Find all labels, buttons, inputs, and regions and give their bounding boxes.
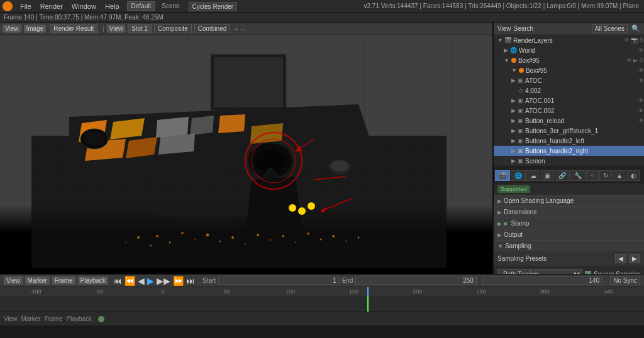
sampling-presets-bar: Sampling Presets ◀ ▶ bbox=[494, 251, 644, 266]
svg-point-19 bbox=[282, 235, 284, 237]
eye-icon-box95[interactable]: 👁 bbox=[626, 57, 632, 63]
prop-tab-data[interactable]: ▲ bbox=[613, 170, 626, 181]
eye-icon-atoc[interactable]: 👁 bbox=[638, 77, 644, 84]
menu-help[interactable]: Help bbox=[101, 1, 123, 11]
outliner-search-icon[interactable]: 🔍 bbox=[631, 25, 640, 33]
viewport-image-button[interactable]: Image bbox=[24, 25, 47, 33]
step-forward-icon[interactable]: ⏩ bbox=[173, 276, 184, 286]
supported-badge: Supported bbox=[497, 185, 530, 193]
status-dot bbox=[98, 316, 104, 322]
eye-icon-atoc002[interactable]: 👁 bbox=[638, 107, 644, 114]
eye-icon-world[interactable]: 👁 bbox=[638, 47, 644, 53]
outliner-item-button-reload[interactable]: ▶ ▣ Button_reload 👁 bbox=[494, 116, 644, 126]
play-icon[interactable]: ⏮ bbox=[113, 276, 122, 286]
prop-tab-modifiers[interactable]: 🔧 bbox=[570, 170, 586, 181]
menu-window[interactable]: Window bbox=[68, 1, 100, 11]
viewport-view-btn2[interactable]: View bbox=[107, 25, 126, 33]
prop-tab-render[interactable]: 🎬 bbox=[495, 170, 510, 181]
viewport-view-button[interactable]: View bbox=[3, 25, 21, 33]
outliner-view-label[interactable]: View bbox=[497, 25, 511, 32]
camera-icon-renderlayers[interactable]: 📷 bbox=[631, 37, 638, 43]
outliner-item-buttons-handle2-left[interactable]: ▶ ▣ Buttons_handle2_left bbox=[494, 136, 644, 146]
outliner-content[interactable]: ▼ 🎬 RenderLayers 👁 📷 ⚙ ▶ 🌐 World 👁 bbox=[494, 35, 644, 166]
render-icon-box95[interactable]: ⚙ bbox=[639, 57, 644, 63]
prop-tab-physics[interactable]: ↻ bbox=[599, 170, 612, 181]
eye-icon-renderlayers[interactable]: 👁 bbox=[624, 37, 630, 43]
sync-button[interactable]: No Sync bbox=[610, 276, 640, 285]
menu-render[interactable]: Render bbox=[36, 1, 67, 11]
outliner-item-buttons-handle2-right[interactable]: ▶ ▣ Buttons_handle2_right bbox=[494, 146, 644, 156]
render-icon-renderlayers[interactable]: ⚙ bbox=[639, 37, 644, 43]
svg-point-7 bbox=[298, 207, 306, 215]
properties-tabs: 🎬 🌐 ☁ ▣ 🔗 🔧 ⁘ ↻ ▲ ◐ bbox=[494, 167, 644, 183]
square-samples-label: Square Samples bbox=[594, 271, 640, 275]
outliner-item-screen[interactable]: ▶ ▣ Screen bbox=[494, 156, 644, 166]
render-engine-button[interactable]: Cycles Render bbox=[189, 2, 238, 11]
current-frame[interactable]: 140 bbox=[482, 276, 602, 285]
end-value[interactable]: 250 bbox=[355, 276, 476, 285]
outliner-all-scenes-button[interactable]: All Scenes bbox=[592, 24, 628, 33]
section-output[interactable]: ▶ Output bbox=[494, 229, 644, 240]
outliner-item-world[interactable]: ▶ 🌐 World 👁 bbox=[494, 45, 644, 55]
outliner-item-stick[interactable]: ▶ ▣ Stick bbox=[494, 166, 644, 166]
section-sampling[interactable]: ▼ Sampling bbox=[494, 240, 644, 251]
top-menubar: File Render Window Help Default Scene Cy… bbox=[0, 0, 644, 13]
sampling-preset-next[interactable]: ▶ bbox=[629, 254, 640, 263]
status-bar: View Marker Frame Playback bbox=[0, 312, 644, 325]
outliner-item-box95[interactable]: ▼ Box#95 👁 ▶ ⚙ bbox=[494, 55, 644, 65]
prop-tab-constraints[interactable]: 🔗 bbox=[555, 170, 570, 181]
step-back-icon[interactable]: ⏪ bbox=[125, 276, 135, 286]
eye-icon-box95c[interactable]: 👁 bbox=[638, 67, 644, 74]
composite-label[interactable]: Composite bbox=[154, 24, 192, 33]
section-dimensions[interactable]: ▶ Dimensions bbox=[494, 206, 644, 217]
svg-point-39 bbox=[84, 132, 104, 146]
marker-200: 200 bbox=[386, 288, 449, 295]
svg-point-8 bbox=[308, 202, 315, 210]
outliner-item-buttons-3er[interactable]: ▶ ▣ Buttons_3er_griffstueck_1 bbox=[494, 126, 644, 136]
section-stamp[interactable]: ▶ ■ Stamp bbox=[494, 217, 644, 229]
outliner-item-atoc001[interactable]: ▶ ▣ ATOC.001 👁 bbox=[494, 95, 644, 106]
prop-tab-object[interactable]: ▣ bbox=[541, 170, 554, 181]
timeline-playback-button[interactable]: Playback bbox=[78, 276, 109, 285]
viewport-zoom-out-icon[interactable]: − bbox=[241, 25, 245, 33]
dimensions-label: Dimensions bbox=[504, 209, 536, 215]
render-result-label: Render Result bbox=[50, 24, 97, 33]
outliner-search-label[interactable]: Search bbox=[514, 25, 534, 32]
section-open-shading[interactable]: ▶ Open Shading Language bbox=[494, 195, 644, 206]
outliner-item-atoc[interactable]: ▶ ▣ ATOC 👁 bbox=[494, 75, 644, 85]
outliner-item-4002[interactable]: ◇ 4.002 bbox=[494, 85, 644, 95]
prop-tab-scene[interactable]: 🌐 bbox=[511, 170, 526, 181]
timeline-view-button[interactable]: View bbox=[4, 276, 23, 285]
path-tracing-select[interactable]: Path Tracing bbox=[497, 269, 582, 275]
viewport[interactable]: View Image Render Result | View Slot 1 C… bbox=[0, 23, 493, 274]
path-tracing-row: Path Tracing ✓ Square Samples bbox=[494, 266, 644, 274]
section-arrow-shading: ▶ bbox=[497, 198, 502, 204]
default-layout-button[interactable]: Default bbox=[127, 1, 156, 11]
play-button[interactable]: ▶ bbox=[147, 276, 154, 286]
outliner-item-atoc002[interactable]: ▶ ▣ ATOC.002 👁 bbox=[494, 106, 644, 116]
outliner-item-renderlayers[interactable]: ▼ 🎬 RenderLayers 👁 📷 ⚙ bbox=[494, 35, 644, 45]
prop-tab-world[interactable]: ☁ bbox=[526, 170, 540, 181]
timeline-body[interactable]: -100 -50 0 50 100 150 200 250 300 340 bbox=[0, 287, 644, 312]
start-value[interactable]: 1 bbox=[218, 276, 339, 285]
eye-icon-atoc001[interactable]: 👁 bbox=[638, 97, 644, 104]
timeline-frame-button[interactable]: Frame bbox=[52, 276, 75, 285]
prev-frame-icon[interactable]: ◀ bbox=[138, 276, 145, 286]
viewport-zoom-in-icon[interactable]: + bbox=[234, 25, 238, 33]
prop-tab-material[interactable]: ◐ bbox=[627, 170, 640, 181]
marker-indicator: Marker bbox=[21, 315, 41, 322]
sampling-preset-prev[interactable]: ◀ bbox=[615, 254, 626, 263]
restrict-icon-box95[interactable]: ▶ bbox=[633, 57, 638, 63]
timeline-ruler: -100 -50 0 50 100 150 200 250 300 340 bbox=[0, 287, 644, 296]
outliner: View Search All Scenes 🔍 ▼ 🎬 RenderLayer… bbox=[494, 23, 644, 167]
slot-label[interactable]: Slot 1 bbox=[128, 24, 152, 33]
combined-label[interactable]: Combined bbox=[194, 24, 231, 33]
timeline-marker-button[interactable]: Marker bbox=[25, 276, 50, 285]
eye-icon-btn-reload[interactable]: 👁 bbox=[638, 117, 644, 124]
prop-tab-particles[interactable]: ⁘ bbox=[586, 170, 599, 181]
end-icon[interactable]: ⏭ bbox=[186, 276, 195, 286]
square-samples-checkbox[interactable]: ✓ bbox=[585, 271, 591, 274]
menu-file[interactable]: File bbox=[16, 1, 35, 11]
next-frame-icon[interactable]: ▶▶ bbox=[157, 276, 170, 286]
outliner-item-box95-child[interactable]: ▼ Box#95 👁 bbox=[494, 65, 644, 75]
